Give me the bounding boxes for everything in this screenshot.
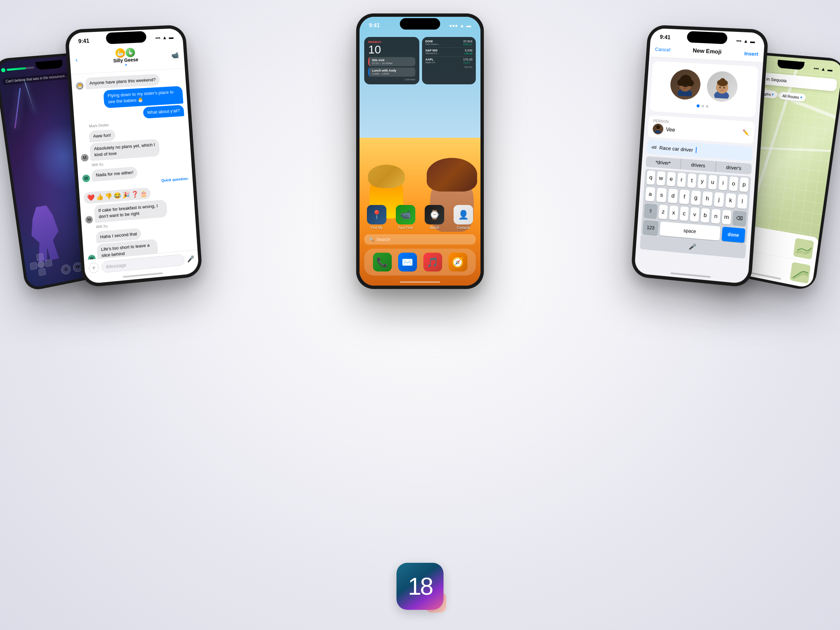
- quick-label: Quick question:: [161, 177, 188, 182]
- autocomplete-1[interactable]: *driver*: [646, 156, 681, 169]
- dpad-center[interactable]: [37, 261, 45, 268]
- find-my-label: Find My: [371, 226, 383, 229]
- key-v[interactable]: v: [690, 207, 699, 222]
- key-y[interactable]: y: [698, 174, 707, 189]
- hud-icon-1[interactable]: ⚙: [60, 264, 71, 275]
- tapback-thumbsdown[interactable]: 👎: [104, 192, 112, 200]
- person-info: Vee: [652, 123, 675, 136]
- key-l[interactable]: l: [737, 194, 748, 209]
- main-scene: Can't believe that was in the monument..…: [0, 0, 840, 630]
- home-indicator-emoji: [670, 272, 711, 278]
- app-facetime[interactable]: 📹 FaceTime: [393, 205, 418, 229]
- key-e[interactable]: e: [666, 172, 676, 186]
- message-bubble-cake: If cake for breakfast is wrong, I don't …: [94, 199, 167, 223]
- health-fill: [7, 67, 26, 71]
- insert-button[interactable]: Insert: [744, 51, 759, 57]
- cal-event-2: Lunch with Andy 11AM – 12PM: [368, 68, 415, 77]
- emoji-preview: [649, 61, 759, 118]
- tapback-heart[interactable]: ❤️: [87, 194, 95, 202]
- key-f[interactable]: f: [679, 189, 690, 204]
- key-s[interactable]: s: [657, 188, 667, 203]
- cancel-button[interactable]: Cancel: [655, 46, 671, 52]
- dock-music[interactable]: 🎵: [423, 253, 442, 272]
- dock-compass[interactable]: 🧭: [448, 253, 467, 272]
- emoji-title: New Emoji: [693, 47, 722, 55]
- app-watch[interactable]: ⌚ Watch: [422, 205, 447, 229]
- tapback-cake[interactable]: 🎂: [139, 189, 147, 197]
- dpad-empty3: [31, 270, 39, 278]
- event-title-1: Site visit: [372, 58, 413, 62]
- tapback-haha[interactable]: 😂: [113, 191, 121, 200]
- tapback-question[interactable]: ❓: [131, 190, 139, 198]
- autocomplete-2[interactable]: drivers: [681, 159, 716, 172]
- signal-icon-home: ●●●: [449, 23, 458, 28]
- avatar-goose2: 🪿: [125, 48, 136, 57]
- stocks-widget[interactable]: DOW Dow Jones I... 37,816 +570.17 S&P: [422, 37, 476, 84]
- key-d[interactable]: d: [668, 188, 678, 203]
- key-123[interactable]: 123: [643, 220, 658, 235]
- emoji-main-avatar[interactable]: [669, 68, 701, 100]
- key-w[interactable]: w: [657, 171, 666, 185]
- key-t[interactable]: t: [687, 174, 696, 188]
- message-bubble-3: What about y'all?: [143, 105, 185, 118]
- search-bar[interactable]: 🔍 Search: [364, 234, 476, 245]
- calendar-widget[interactable]: MONDAY 10 Site visit 10:15 – 10:45AM Lun…: [364, 37, 419, 84]
- key-o[interactable]: o: [729, 177, 738, 191]
- key-z[interactable]: z: [658, 205, 668, 219]
- chevron-down-icon: ▾: [772, 92, 774, 97]
- key-j[interactable]: j: [714, 192, 724, 207]
- key-c[interactable]: c: [679, 206, 689, 221]
- key-delete[interactable]: ⌫: [733, 211, 747, 226]
- microphone-icon[interactable]: 🎤: [187, 255, 194, 263]
- input-text: Race car driver: [659, 144, 693, 153]
- tapback-wow[interactable]: 🎉: [122, 191, 130, 199]
- watch-label: Watch: [430, 226, 439, 229]
- key-q[interactable]: q: [646, 171, 655, 185]
- app-contacts[interactable]: 👤 Contacts: [451, 205, 476, 229]
- battery-icon-maps: ▬: [827, 66, 833, 72]
- dock-mail[interactable]: ✉️: [398, 253, 417, 272]
- emoji-avatars: [669, 68, 739, 103]
- key-k[interactable]: k: [725, 193, 736, 208]
- stock-price-1: 37,816 +570.17: [463, 39, 472, 46]
- key-shift[interactable]: ⇧: [644, 203, 658, 218]
- dpad-right[interactable]: [45, 259, 52, 267]
- key-h[interactable]: h: [702, 191, 713, 206]
- key-x[interactable]: x: [669, 205, 678, 220]
- key-i[interactable]: i: [718, 176, 728, 191]
- key-p[interactable]: p: [739, 177, 748, 192]
- key-a[interactable]: a: [645, 187, 655, 202]
- autocomplete-3[interactable]: driver's: [716, 161, 752, 175]
- key-done[interactable]: done: [722, 227, 745, 243]
- stock-row-3: AAPL Apple Inc. 170.33 +3.17: [425, 58, 472, 64]
- key-b[interactable]: b: [701, 208, 710, 223]
- message-text-4: Aww fun!: [93, 133, 111, 139]
- cake-avatar: M: [85, 216, 93, 224]
- key-m[interactable]: m: [722, 210, 731, 224]
- dpad-up[interactable]: [36, 253, 44, 261]
- tapback-thumbsup[interactable]: 👍: [96, 193, 104, 201]
- keyboard-mic-icon[interactable]: 🎤: [687, 241, 698, 252]
- video-call-button[interactable]: 📹: [171, 51, 179, 59]
- key-r[interactable]: r: [677, 173, 687, 188]
- contacts-label: Contacts: [456, 226, 470, 229]
- back-button[interactable]: ‹: [75, 57, 78, 63]
- emoji-alt-avatar[interactable]: [706, 71, 739, 103]
- widgets-area: MONDAY 10 Site visit 10:15 – 10:45AM Lun…: [364, 37, 476, 84]
- key-n[interactable]: n: [711, 209, 721, 224]
- key-u[interactable]: u: [708, 175, 717, 189]
- dock-phone[interactable]: 📞: [373, 253, 392, 272]
- key-g[interactable]: g: [690, 191, 701, 205]
- dpad-empty: [28, 254, 36, 262]
- message-text-second: Haha I second that: [100, 231, 137, 239]
- stock-name-2: S&P 500 Standard &...: [425, 49, 439, 54]
- dpad-down[interactable]: [38, 268, 46, 276]
- message-bubble-6: Nada for me either!: [92, 167, 138, 182]
- watch-icon: ⌚: [425, 205, 444, 224]
- message-bubble-1: Anyone have plans this weekend?: [85, 74, 160, 89]
- app-find-my[interactable]: 📍 Find My: [364, 205, 389, 229]
- edit-icon[interactable]: ✏️: [742, 129, 750, 136]
- dpad-left[interactable]: [30, 262, 37, 270]
- add-attachment-button[interactable]: +: [88, 262, 99, 273]
- person-field-content: PERSON Vee: [652, 118, 676, 136]
